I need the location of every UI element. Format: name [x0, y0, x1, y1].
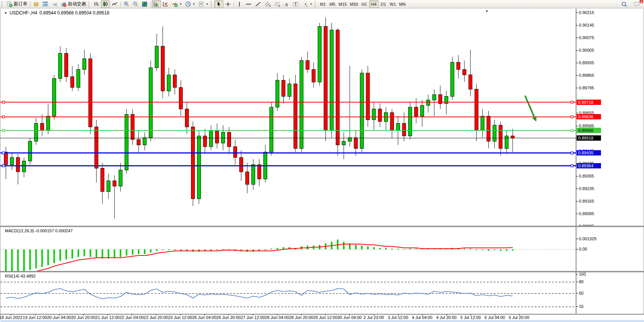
time-axis-label: 23 Jun 12:00 — [168, 315, 192, 320]
chart-shift-icon — [163, 1, 169, 7]
data-window-button[interactable] — [41, 0, 50, 8]
bar-chart-button[interactable] — [92, 0, 101, 8]
templates-icon — [198, 1, 204, 7]
text-label-button[interactable]: T — [291, 0, 301, 8]
equidistant-channel-button[interactable]: E — [263, 0, 273, 8]
main-chart-canvas[interactable] — [0, 9, 576, 226]
timeframe-button-MN[interactable]: MN — [398, 0, 407, 8]
text-button[interactable]: A — [282, 0, 291, 8]
price-tick-label: 0.89235 — [579, 186, 594, 191]
time-axis-label: 5 Jul 12:00 — [460, 315, 481, 320]
toolbar-grip[interactable] — [2, 1, 3, 7]
time-axis[interactable]: 18 Jun 202319 Jun 12:0020 Jun 04:0020 Ju… — [0, 314, 644, 320]
rsi-tick-label: 50 — [579, 291, 583, 296]
price-level-badge: 0.89518 — [577, 135, 601, 141]
zoom-out-button[interactable] — [131, 0, 140, 8]
rsi-axis[interactable]: 100805015 — [576, 272, 644, 314]
time-axis-label: 22 Jun 20:00 — [144, 315, 168, 320]
toolbar-separator — [150, 1, 151, 7]
trendline-button[interactable] — [253, 0, 263, 8]
periods-clock-icon — [185, 1, 191, 7]
tile-windows-button[interactable] — [140, 0, 149, 8]
periods-button[interactable]: ▼ — [183, 0, 197, 8]
timeframe-button-M15[interactable]: M15 — [337, 0, 348, 8]
price-axis[interactable]: 0.902150.901450.900750.900050.899350.898… — [576, 9, 644, 226]
time-axis-label: 27 Jun 12:00 — [241, 315, 265, 320]
time-axis-label: 26 Jun 20:00 — [217, 315, 241, 320]
fibonacci-button[interactable]: F — [273, 0, 282, 8]
macd-axis[interactable]: 0.0013290.00-0.003384 — [576, 227, 644, 271]
toolbar: 新订单 自动交易 — [0, 0, 644, 8]
toolbar-grip[interactable] — [211, 1, 213, 7]
notifications-button[interactable]: 1 — [632, 0, 642, 8]
price-level-badge: 0.89435 — [577, 150, 601, 155]
timeframe-button-M1[interactable]: M1 — [318, 0, 328, 8]
chart-context-arrow[interactable]: ▼ — [4, 11, 7, 15]
mt4-window: 新订单 自动交易 — [0, 0, 644, 322]
signals-button[interactable] — [50, 0, 59, 8]
time-axis-label: 6 Jul 20:00 — [509, 315, 529, 320]
templates-button[interactable]: ▼ — [197, 0, 210, 8]
chart-ohlc-values: 0.89544 0.89568 0.89504 0.89518 — [40, 10, 110, 16]
rsi-tick-label: 80 — [579, 279, 583, 284]
scroll-end-marker[interactable]: ▼ — [485, 10, 488, 13]
price-level-badge: 0.89560 — [577, 128, 601, 133]
rsi-tick-label: 15 — [579, 304, 583, 309]
rsi-indicator-label: RSI(14) 43.4892 — [5, 274, 36, 278]
search-button[interactable] — [620, 0, 629, 8]
price-level-badge: 0.89364 — [577, 163, 601, 168]
timeframe-button-M30[interactable]: M30 — [348, 0, 359, 8]
cursor-icon — [216, 1, 222, 7]
indicators-icon — [172, 1, 178, 7]
panel-splitter[interactable] — [0, 226, 644, 227]
arrows-button[interactable]: ▼ — [301, 0, 314, 8]
new-order-button[interactable]: 新订单 — [5, 0, 29, 8]
toolbar-separator — [234, 1, 234, 7]
time-axis-label: 28 Jun 04:00 — [265, 315, 289, 320]
time-axis-label: 4 Jul 20:00 — [436, 315, 457, 320]
vertical-line-button[interactable] — [235, 0, 244, 8]
auto-trading-button[interactable]: 自动交易 — [59, 0, 88, 8]
toolbar-grip[interactable] — [315, 1, 317, 7]
time-axis-label: 28 Jun 20:00 — [289, 315, 313, 320]
rsi-canvas[interactable] — [0, 272, 576, 314]
crosshair-button[interactable] — [223, 0, 233, 8]
zoom-in-button[interactable] — [122, 0, 131, 8]
equidistant-channel-icon: E — [264, 1, 271, 7]
market-watch-button[interactable] — [32, 0, 41, 8]
vertical-line-icon — [237, 1, 242, 7]
toolbar-separator — [120, 1, 121, 7]
panel-splitter[interactable] — [0, 271, 644, 272]
price-tick-label: 0.90005 — [579, 48, 594, 53]
timeframe-button-H1[interactable]: H1 — [360, 0, 369, 8]
indicators-dropdown-caret: ▼ — [179, 3, 182, 5]
horizontal-line-icon — [245, 1, 252, 7]
new-order-label: 新订单 — [14, 1, 27, 7]
price-tick-label: 0.89165 — [579, 199, 594, 204]
cursor-button[interactable] — [214, 0, 223, 8]
toolbar-grip[interactable] — [88, 1, 90, 7]
text-label-icon: T — [292, 1, 299, 7]
timeframe-button-W1[interactable]: W1 — [388, 0, 398, 8]
line-chart-icon — [112, 1, 118, 7]
price-level-badge: 0.89636 — [577, 114, 601, 119]
macd-canvas[interactable] — [0, 227, 576, 271]
auto-scroll-button[interactable] — [152, 0, 161, 8]
line-chart-button[interactable] — [110, 0, 119, 8]
indicators-button[interactable]: ▼ — [170, 0, 183, 8]
bar-chart-icon — [93, 1, 99, 7]
chart-shift-button[interactable] — [161, 0, 170, 8]
rsi-tick-label: 100 — [579, 272, 586, 277]
macd-tick-label: 0.00 — [579, 247, 587, 252]
horizontal-line-button[interactable] — [244, 0, 253, 8]
timeframe-button-D1[interactable]: D1 — [379, 0, 388, 8]
price-tick-label: 0.89095 — [579, 211, 594, 216]
auto-trading-icon — [61, 1, 67, 7]
signals-icon — [51, 1, 57, 7]
timeframe-button-H4[interactable]: H4 — [369, 0, 379, 8]
trendline-icon — [255, 1, 261, 7]
chart-title: ▼ USDCHF-,H4 0.89544 0.89568 0.89504 0.8… — [4, 10, 109, 16]
time-axis-label: 26 Jun 04:00 — [192, 315, 217, 320]
candlestick-chart-button[interactable] — [101, 0, 110, 8]
timeframe-button-M5[interactable]: M5 — [328, 0, 337, 8]
